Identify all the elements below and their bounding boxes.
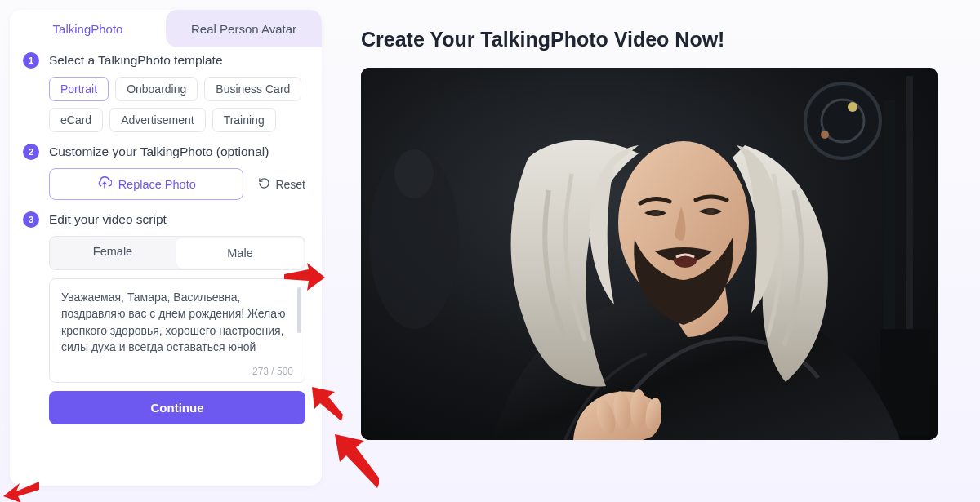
- hero-title: Create Your TalkingPhoto Video Now!: [361, 28, 964, 51]
- svg-rect-9: [884, 100, 895, 345]
- chip-advertisement[interactable]: Advertisement: [109, 108, 205, 132]
- step-3-title: Edit your video script: [49, 212, 167, 227]
- replace-photo-label: Replace Photo: [118, 178, 196, 191]
- svg-point-15: [706, 208, 715, 215]
- svg-point-18: [630, 389, 647, 429]
- step-3: 3 Edit your video script Female Male 273…: [26, 211, 305, 424]
- svg-point-7: [848, 102, 858, 112]
- upload-cloud-icon: [97, 176, 112, 192]
- chip-training[interactable]: Training: [212, 108, 276, 132]
- scrollbar-thumb[interactable]: [297, 287, 301, 333]
- script-input[interactable]: [60, 287, 295, 358]
- step-2-number: 2: [23, 144, 39, 160]
- svg-point-8: [821, 131, 829, 139]
- step-1: 1 Select a TalkingPhoto template Portrai…: [26, 52, 305, 132]
- svg-point-14: [652, 210, 660, 216]
- step-2: 2 Customize your TalkingPhoto (optional)…: [26, 144, 305, 200]
- step-3-number: 3: [23, 211, 39, 228]
- chip-business-card[interactable]: Business Card: [204, 77, 301, 101]
- creator-panel: TalkingPhoto Real Person Avatar 1 Select…: [10, 10, 322, 486]
- reset-icon: [258, 177, 270, 192]
- step-1-number: 1: [23, 52, 39, 69]
- char-counter: 273 / 500: [252, 366, 293, 377]
- svg-point-3: [394, 149, 434, 198]
- script-input-wrap: 273 / 500: [49, 278, 305, 383]
- reset-label: Reset: [275, 178, 305, 191]
- tab-real-person-avatar[interactable]: Real Person Avatar: [166, 10, 322, 47]
- chip-ecard[interactable]: eCard: [49, 108, 103, 132]
- voice-gender-toggle: Female Male: [49, 236, 305, 270]
- step-1-title: Select a TalkingPhoto template: [49, 53, 223, 68]
- voice-female[interactable]: Female: [50, 237, 176, 269]
- svg-rect-10: [906, 76, 913, 345]
- template-chips: Portrait Onboarding Business Card eCard …: [26, 77, 305, 132]
- step-2-title: Customize your TalkingPhoto (optional): [49, 144, 269, 159]
- chip-onboarding[interactable]: Onboarding: [115, 77, 198, 101]
- mode-tabs: TalkingPhoto Real Person Avatar: [10, 10, 322, 47]
- voice-male[interactable]: Male: [177, 238, 303, 268]
- chip-portrait[interactable]: Portrait: [49, 77, 109, 101]
- replace-photo-button[interactable]: Replace Photo: [49, 168, 243, 200]
- right-pane: Create Your TalkingPhoto Video Now!: [361, 10, 964, 486]
- photo-preview: [361, 68, 938, 440]
- tab-talkingphoto[interactable]: TalkingPhoto: [10, 10, 166, 47]
- reset-button[interactable]: Reset: [258, 177, 305, 192]
- continue-button[interactable]: Continue: [49, 391, 305, 424]
